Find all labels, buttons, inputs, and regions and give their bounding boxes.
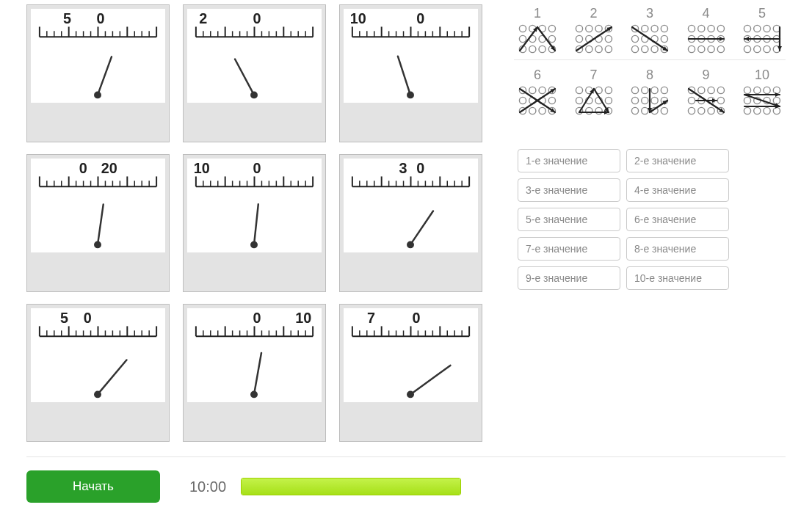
svg-point-257 [754,25,761,32]
gauge-svg: 30 [344,159,478,252]
svg-point-243 [697,25,704,32]
svg-point-175 [250,390,258,398]
svg-text:5: 5 [63,10,71,26]
svg-point-131 [407,241,414,248]
svg-point-306 [631,87,638,93]
svg-point-341 [773,87,780,93]
value-input-9[interactable] [518,266,620,290]
key-number: 3 [626,6,673,21]
svg-point-207 [529,46,536,52]
value-input-7[interactable] [518,237,620,261]
svg-point-109 [250,241,258,248]
gauge-svg: 020 [31,159,165,252]
svg-point-339 [754,87,761,93]
svg-text:0: 0 [416,160,424,176]
svg-point-346 [744,107,750,114]
svg-point-253 [717,46,724,52]
svg-point-43 [250,91,258,98]
gauge-svg: 100 [187,159,322,252]
svg-point-347 [754,107,761,114]
main-row: 50 20 100 020 100 30 50 010 70 12345 678… [26,4,786,442]
svg-point-231 [661,25,667,32]
svg-point-235 [661,35,667,42]
svg-point-237 [642,46,648,52]
key-number: 8 [626,68,673,83]
key-cell: 2 [570,6,617,54]
gauge-svg: 50 [31,9,165,103]
svg-point-205 [548,35,555,42]
key-pattern-icon [573,86,615,115]
svg-point-256 [744,25,750,32]
svg-point-326 [688,97,695,103]
gauge-svg: 70 [344,308,478,402]
svg-point-282 [539,107,545,114]
key-pattern-icon [686,86,727,115]
svg-point-276 [519,97,526,103]
key-pattern-icon [629,86,670,115]
gauge-card: 020 [26,154,170,292]
gauge-card: 20 [183,4,326,142]
svg-point-279 [548,97,555,103]
svg-point-317 [661,107,667,114]
gauge-svg: 010 [187,308,322,402]
key-number: 5 [739,6,786,21]
value-input-3[interactable] [518,178,620,202]
svg-point-308 [651,87,658,93]
value-input-4[interactable] [626,178,729,202]
svg-point-265 [754,46,761,52]
svg-text:0: 0 [253,10,261,26]
svg-point-201 [548,25,555,32]
key-cell: 8 [626,68,673,115]
gauge-card: 100 [339,4,482,142]
key-cell: 1 [514,6,561,54]
svg-point-250 [688,46,695,52]
svg-point-214 [576,25,582,32]
value-input-5[interactable] [518,208,620,231]
svg-point-324 [708,87,714,93]
svg-point-266 [764,46,770,52]
start-button[interactable]: Начать [26,470,160,503]
svg-text:7: 7 [367,310,375,326]
value-input-8[interactable] [626,237,729,261]
svg-point-216 [595,25,602,32]
svg-line-174 [254,353,261,395]
svg-point-202 [519,35,526,42]
svg-text:20: 20 [101,160,117,176]
svg-point-329 [717,97,724,103]
svg-line-152 [98,360,126,394]
timer-text: 10:00 [189,478,226,495]
gauge-grid: 50 20 100 020 100 30 50 010 70 [26,4,482,442]
svg-point-315 [642,107,648,114]
svg-point-230 [651,25,658,32]
svg-point-309 [661,87,667,93]
key-pattern-icon [629,24,670,54]
key-number: 7 [570,68,617,83]
gauge-svg: 100 [344,9,478,103]
progress-fill [242,478,460,495]
progress-bar [241,478,461,495]
svg-marker-269 [777,46,782,51]
svg-point-311 [642,97,648,103]
value-input-2[interactable] [626,149,729,172]
svg-marker-255 [719,37,724,41]
svg-point-229 [642,25,648,32]
value-input-1[interactable] [518,149,620,172]
key-cell: 10 [739,68,786,115]
svg-point-310 [631,97,638,103]
svg-point-244 [708,25,714,32]
svg-point-292 [576,97,582,103]
svg-line-108 [254,204,258,244]
gauge-card: 50 [26,4,170,142]
key-pattern-icon [742,86,783,115]
key-number: 10 [739,68,786,83]
svg-point-288 [576,87,582,93]
svg-point-325 [717,87,724,93]
svg-point-218 [576,35,582,42]
svg-text:3: 3 [399,160,407,176]
key-number: 1 [514,6,561,21]
value-input-6[interactable] [626,208,729,231]
gauge-svg: 50 [31,308,165,402]
value-input-10[interactable] [626,266,729,290]
key-pattern-icon [686,24,727,54]
svg-point-307 [642,87,648,93]
